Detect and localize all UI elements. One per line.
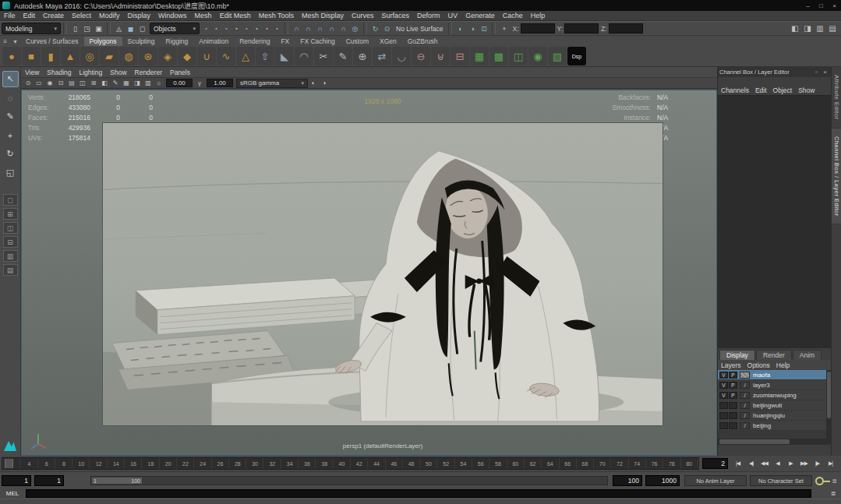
layer-playback-toggle[interactable]: P [729, 392, 737, 399]
exposure-icon[interactable]: ☼ [154, 78, 164, 88]
layer-name[interactable]: beijingwuti [753, 402, 782, 409]
layer-editor-tab-display[interactable]: Display [719, 350, 755, 360]
poly-cylinder-icon[interactable]: ▮ [41, 47, 60, 65]
mel-label[interactable]: MEL [0, 488, 25, 499]
layer-name[interactable]: zuomianwuping [753, 392, 797, 399]
poly-torus-icon[interactable]: ◎ [80, 47, 99, 65]
snap-view-plane-icon[interactable]: ∩ [337, 23, 349, 34]
input-connections-icon[interactable]: ↻ [369, 23, 381, 34]
ipr-render-icon[interactable]: ◑ [466, 23, 478, 34]
sidebar-attribute-editor-toggle-icon[interactable]: ◧ [789, 23, 801, 34]
coordinate-selector-icon[interactable]: + [498, 23, 510, 34]
layer-color-swatch[interactable]: / [740, 402, 750, 409]
shelf-tab-rendering[interactable]: Rendering [234, 37, 275, 46]
layer-color-swatch[interactable]: / [740, 412, 750, 419]
layer-color-swatch[interactable] [740, 372, 750, 379]
open-scene-icon[interactable]: ◳ [81, 23, 93, 34]
image-plane-icon[interactable]: ◫ [77, 78, 88, 88]
menu-mesh[interactable]: Mesh [191, 12, 216, 19]
layer-visibility-toggle[interactable]: V [719, 372, 728, 379]
step-back-key-button[interactable]: ◀| [744, 457, 758, 470]
layer-color-swatch[interactable]: / [740, 422, 750, 429]
step-forward-key-button[interactable]: |▶ [811, 457, 824, 470]
animation-end-field[interactable]: 1000 [645, 475, 680, 486]
menu-generate[interactable]: Generate [461, 12, 499, 19]
poly-helix-icon[interactable]: ∿ [217, 47, 235, 65]
make-live-icon[interactable]: ◎ [349, 23, 361, 34]
play-backwards-button[interactable]: ◀ [771, 457, 784, 470]
selection-mask-dropdown[interactable]: Objects ▾ [150, 23, 200, 34]
shelf-tab-sculpting[interactable]: Sculpting [122, 37, 161, 46]
layer-editor-tab-render[interactable]: Render [756, 350, 792, 360]
timeline-track[interactable]: 2468101214161820222426283032343638404244… [2, 457, 699, 470]
combine-icon[interactable]: ⊎ [431, 47, 450, 65]
layer-color-swatch[interactable]: / [740, 382, 750, 389]
mask-deformers-icon[interactable]: ▪ [242, 23, 252, 33]
gamma-toggle-icon[interactable]: ◑ [319, 78, 330, 88]
uv-cylindrical-icon[interactable]: ◫ [509, 47, 528, 65]
layer-playback-toggle[interactable]: P [729, 372, 737, 379]
pin-panel-icon[interactable]: ⊙ [23, 78, 34, 88]
shelf-tab-polygons[interactable]: Polygons [84, 37, 122, 46]
layer-playback-toggle[interactable]: P [729, 382, 737, 389]
animation-preferences-icon[interactable]: ≡ [829, 475, 840, 486]
z-input[interactable] [609, 23, 643, 33]
layer-menu-help[interactable]: Help [773, 361, 793, 369]
minimize-button[interactable]: – [801, 0, 814, 11]
layout-single-pane[interactable]: ◻ [3, 194, 18, 206]
layer-visibility-toggle[interactable] [719, 422, 728, 429]
mask-dynamics-icon[interactable]: ▪ [252, 23, 262, 33]
auto-keyframe-toggle-icon[interactable] [815, 477, 824, 485]
menuset-dropdown[interactable]: Modeling ▾ [2, 23, 61, 34]
current-time-marker[interactable] [5, 459, 13, 468]
sidebar-vtab-attribute-editor[interactable]: Attribute Editor [832, 67, 841, 129]
panel-menu-show[interactable]: Show [106, 69, 130, 76]
menu-mesh-tools[interactable]: Mesh Tools [255, 12, 298, 19]
menu-cache[interactable]: Cache [499, 12, 527, 19]
mask-misc-icon[interactable]: ▪ [272, 23, 282, 33]
layout-outliner-persp[interactable]: ▤ [3, 264, 18, 276]
select-object-icon[interactable]: ◼ [125, 23, 136, 34]
layer-menu-layers[interactable]: Layers [718, 361, 744, 369]
target-weld-icon[interactable]: ⊕ [353, 47, 372, 65]
menu-uv[interactable]: UV [444, 12, 462, 19]
separate-icon[interactable]: ⊟ [451, 47, 469, 65]
snap-grid-icon[interactable]: ∩ [291, 23, 302, 34]
layer-row[interactable]: VPmaofa [718, 370, 832, 380]
channel-box-menu-object[interactable]: Object [770, 86, 796, 94]
play-forwards-button[interactable]: ▶ [784, 457, 797, 470]
layer-name[interactable]: huanjingqiu [753, 412, 785, 419]
sidebar-workspace-toggle-icon[interactable]: ▤ [826, 23, 839, 34]
shelf-tab-gozbrush[interactable]: GoZBrush [402, 37, 443, 46]
layer-playback-toggle[interactable] [729, 402, 737, 409]
layer-row[interactable]: /beijing [718, 421, 832, 431]
sidebar-vtab-channel-box-layer-editor[interactable]: Channel Box / Layer Editor [832, 129, 841, 225]
grease-pencil-icon[interactable]: ✎ [110, 78, 121, 88]
poly-platonic-icon[interactable]: ◆ [178, 47, 196, 65]
layer-list-horizontal-scrollbar[interactable] [718, 439, 832, 445]
layout-two-side-by-side[interactable]: ◫ [3, 222, 18, 234]
select-hierarchy-icon[interactable]: ◬ [113, 23, 125, 34]
grid-toggle-icon[interactable]: ▦ [121, 78, 132, 88]
panel-menu-shading[interactable]: Shading [43, 69, 75, 76]
render-settings-icon[interactable]: ⊡ [478, 23, 489, 34]
select-component-icon[interactable]: ◻ [136, 23, 148, 34]
dock-close-icon[interactable]: × [821, 69, 829, 76]
poly-cone-icon[interactable]: ▲ [61, 47, 80, 65]
viewport-canvas[interactable]: Verts:21806500Edges:43308000Faces:215016… [21, 90, 717, 456]
y-input[interactable] [564, 23, 599, 33]
range-track[interactable]: 1 100 [90, 476, 608, 485]
layer-row[interactable]: /huanjingqiu [718, 411, 832, 421]
script-editor-icon[interactable]: ≣ [827, 488, 839, 499]
animation-start-field[interactable]: 1 [2, 475, 31, 486]
exposure-toggle-icon[interactable]: ◐ [308, 78, 319, 88]
lock-camera-icon[interactable]: ◉ [44, 78, 55, 88]
move-tool-icon[interactable]: + [2, 127, 19, 143]
rotate-tool-icon[interactable]: ↻ [2, 146, 19, 162]
menu-display[interactable]: Display [124, 12, 155, 19]
menu-edit[interactable]: Edit [19, 12, 40, 19]
layout-four-pane[interactable]: ⊞ [3, 208, 18, 220]
sidebar-channel-box-toggle-icon[interactable]: ▥ [814, 23, 826, 34]
select-camera-icon[interactable]: ▭ [34, 78, 44, 88]
poly-prism-icon[interactable]: △ [236, 47, 255, 65]
